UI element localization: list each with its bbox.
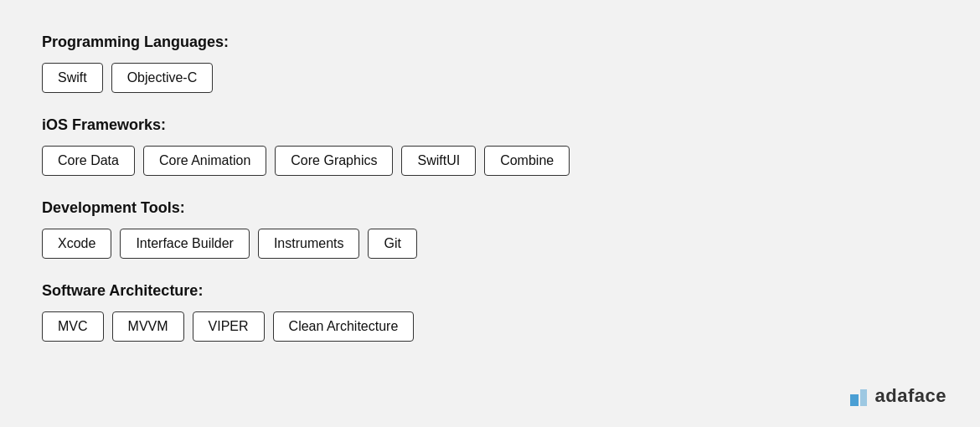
section-development-tools: Development Tools:XcodeInterface Builder…: [42, 199, 938, 259]
svg-rect-0: [850, 394, 859, 406]
tag-core-data: Core Data: [42, 146, 135, 176]
section-programming-languages: Programming Languages:SwiftObjective-C: [42, 33, 938, 93]
tag-core-graphics: Core Graphics: [275, 146, 393, 176]
main-content: Programming Languages:SwiftObjective-CiO…: [0, 0, 980, 399]
logo-icon: [848, 386, 869, 406]
section-title-programming-languages: Programming Languages:: [42, 33, 938, 51]
tags-row-ios-frameworks: Core DataCore AnimationCore GraphicsSwif…: [42, 146, 938, 176]
tag-xcode: Xcode: [42, 229, 111, 259]
logo-area: adaface: [848, 385, 946, 407]
tags-row-development-tools: XcodeInterface BuilderInstrumentsGit: [42, 229, 938, 259]
section-software-architecture: Software Architecture:MVCMVVMVIPERClean …: [42, 282, 938, 342]
section-ios-frameworks: iOS Frameworks:Core DataCore AnimationCo…: [42, 116, 938, 176]
tag-git: Git: [368, 229, 416, 259]
tag-core-animation: Core Animation: [143, 146, 266, 176]
logo-text: adaface: [875, 385, 946, 407]
tag-objective-c: Objective-C: [111, 63, 214, 93]
tags-row-software-architecture: MVCMVVMVIPERClean Architecture: [42, 311, 938, 342]
tag-swift: Swift: [42, 63, 103, 93]
tag-mvvm: MVVM: [112, 311, 184, 342]
tag-mvc: MVC: [42, 311, 104, 342]
section-title-software-architecture: Software Architecture:: [42, 282, 938, 300]
section-title-development-tools: Development Tools:: [42, 199, 938, 217]
tag-viper: VIPER: [193, 311, 265, 342]
tag-instruments: Instruments: [258, 229, 360, 259]
tag-swiftui: SwiftUI: [401, 146, 476, 176]
tag-combine: Combine: [484, 146, 570, 176]
tag-interface-builder: Interface Builder: [120, 229, 250, 259]
svg-rect-1: [860, 389, 867, 406]
tags-row-programming-languages: SwiftObjective-C: [42, 63, 938, 93]
section-title-ios-frameworks: iOS Frameworks:: [42, 116, 938, 134]
tag-clean-architecture: Clean Architecture: [273, 311, 415, 342]
